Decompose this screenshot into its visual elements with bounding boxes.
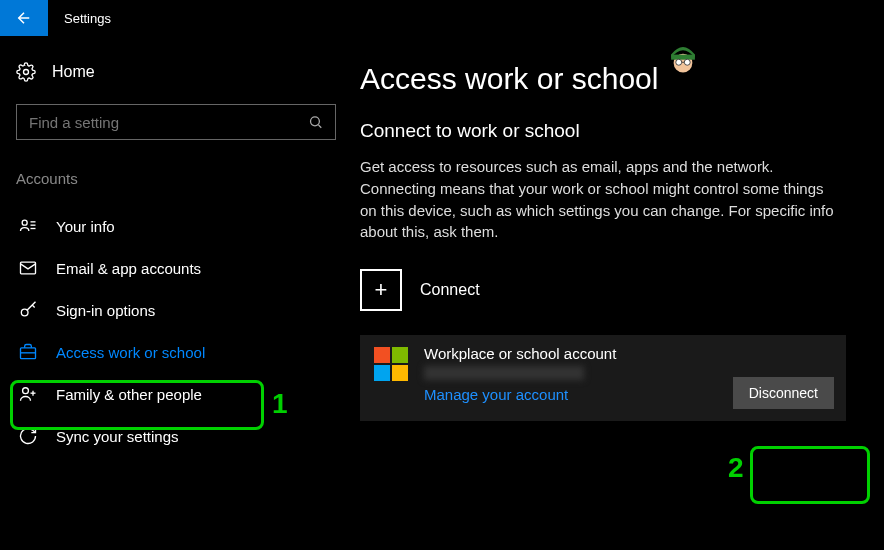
search-icon (308, 114, 323, 130)
connect-button[interactable]: + Connect (360, 269, 854, 311)
svg-point-1 (310, 117, 319, 126)
svg-point-2 (22, 220, 27, 225)
mail-icon (18, 258, 38, 278)
sidebar-item-label: Family & other people (56, 386, 202, 403)
account-title: Workplace or school account (424, 345, 616, 362)
microsoft-logo-icon (374, 347, 408, 381)
search-input[interactable] (29, 114, 308, 131)
disconnect-button[interactable]: Disconnect (733, 377, 834, 409)
page-description: Get access to resources such as email, a… (360, 156, 840, 243)
account-email-redacted (424, 366, 584, 380)
home-nav[interactable]: Home (16, 62, 344, 82)
manage-account-link[interactable]: Manage your account (424, 386, 616, 403)
plus-icon: + (360, 269, 402, 311)
sidebar-item-email[interactable]: Email & app accounts (16, 247, 344, 289)
search-box[interactable] (16, 104, 336, 140)
sidebar-item-family[interactable]: Family & other people (16, 373, 344, 415)
back-button[interactable] (0, 0, 48, 36)
window-title: Settings (48, 11, 111, 26)
svg-rect-6 (21, 262, 36, 274)
sidebar-item-label: Access work or school (56, 344, 205, 361)
sidebar-item-sync[interactable]: Sync your settings (16, 415, 344, 457)
account-card[interactable]: Workplace or school account Manage your … (360, 335, 846, 421)
section-header: Accounts (16, 170, 344, 187)
sidebar-item-label: Sign-in options (56, 302, 155, 319)
home-label: Home (52, 63, 95, 81)
key-icon (18, 300, 38, 320)
page-subtitle: Connect to work or school (360, 120, 854, 142)
svg-point-0 (24, 70, 29, 75)
person-card-icon (18, 216, 38, 236)
connect-label: Connect (420, 281, 480, 299)
sidebar-item-your-info[interactable]: Your info (16, 205, 344, 247)
sync-icon (18, 426, 38, 446)
page-title: Access work or school (360, 62, 854, 96)
briefcase-icon (18, 342, 38, 362)
sidebar-item-access-work[interactable]: Access work or school (16, 331, 344, 373)
sidebar-item-label: Email & app accounts (56, 260, 201, 277)
sidebar-item-label: Sync your settings (56, 428, 179, 445)
arrow-left-icon (15, 9, 33, 27)
sidebar-item-label: Your info (56, 218, 115, 235)
svg-point-10 (23, 388, 29, 394)
people-icon (18, 384, 38, 404)
sidebar-item-signin[interactable]: Sign-in options (16, 289, 344, 331)
gear-icon (16, 62, 36, 82)
